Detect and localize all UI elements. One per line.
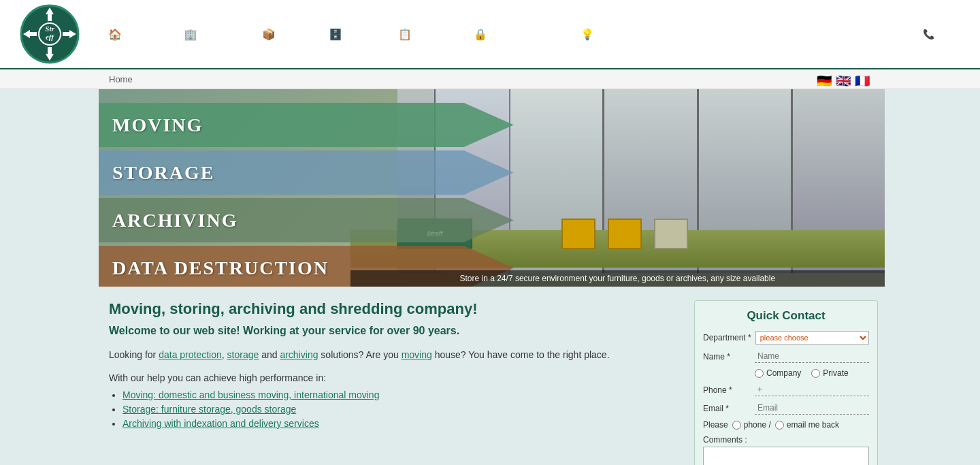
hero-overlays: Moving Storage Archiving Data Destructio… [99,103,476,287]
services-list: Moving: domestic and business moving, in… [122,389,681,429]
breadcrumb[interactable]: Home [109,74,133,84]
link-moving[interactable]: moving [402,349,432,360]
department-select[interactable]: please choose Moving Storage Archiving D… [755,331,869,344]
phone-icon: 📞 [923,29,934,39]
corporate-icon: 🏢 [184,28,197,41]
quick-contact-title: Quick Contact [703,309,869,323]
radio-phone-back[interactable] [732,421,741,430]
main-wrapper: Moving, storing, archiving and shredding… [99,287,888,465]
hero-storage[interactable]: Storage [99,150,514,195]
flag-de[interactable]: 🇩🇪 [817,74,833,84]
email-label: Email * [703,404,751,413]
moving-icon: 📦 [262,28,276,41]
link-archiving[interactable]: archiving [280,349,318,360]
radio-company-label[interactable]: Company [755,368,801,378]
list-item-archiving: Archiving with indexation and delivery s… [122,418,681,429]
home-icon: 🏠 [108,28,122,41]
radio-email-back[interactable] [775,421,784,430]
radio-private[interactable] [811,369,820,378]
logo-container: Str eff [0,0,99,68]
main-content: Moving, storing, archiving and shredding… [109,300,681,465]
nav-moving[interactable]: 📦 Moving [252,22,319,46]
nav-about-us[interactable]: 🏠 About Us [99,22,174,46]
please-label: Please [703,420,728,430]
department-label: Department * [703,333,751,342]
email-back-label[interactable]: email me back [775,420,839,430]
main-nav: 🏠 About Us 🏢 Corporate 📦 Moving 🗄️ Stora… [99,0,980,68]
breadcrumb-bar: Home 🇩🇪 🇬🇧 🇫🇷 [0,69,980,89]
hero-moving[interactable]: Moving [99,103,514,147]
name-row: Name * [703,350,869,363]
link-moving-detail[interactable]: Moving: domestic and business moving, in… [122,389,379,400]
nav-corporate[interactable]: 🏢 Corporate [174,22,252,46]
data-destruction-icon: 🔒 [474,28,487,41]
phone-row: Phone * [703,383,869,396]
phone-input[interactable] [755,383,869,396]
sub-heading: Welcome to our web site! Working at your… [109,325,681,337]
email-input[interactable] [755,402,869,415]
nav-data-destruction[interactable]: 🔒 Data Destruction [464,22,571,46]
flag-gb[interactable]: 🇬🇧 [836,74,852,84]
radio-company[interactable] [755,369,764,378]
nav-storage[interactable]: 🗄️ Storage [319,22,389,46]
phone-back-label[interactable]: phone / [732,420,771,430]
comments-label: Comments : [703,435,869,445]
phone-label: Phone * [703,385,751,395]
archiving-icon: 📋 [398,28,412,41]
list-item-moving: Moving: domestic and business moving, in… [122,389,681,400]
svg-text:eff: eff [45,33,54,41]
quick-contact-panel: Quick Contact Department * please choose… [694,300,878,465]
main-heading: Moving, storing, archiving and shredding… [109,300,681,318]
nav-archiving[interactable]: 📋 Archiving [389,22,464,46]
comments-row: Comments : [703,435,869,465]
radio-private-label[interactable]: Private [811,368,848,378]
nav-tips-more[interactable]: 💡 Tips & More [571,22,658,46]
streff-logo[interactable]: Str eff [19,3,80,65]
nav-contact[interactable]: 📞 Contact [913,23,980,45]
svg-text:Str: Str [45,25,54,33]
loading-doors [561,219,688,249]
link-data-protection[interactable]: data protection [159,349,222,360]
name-input[interactable] [755,350,869,363]
comments-textarea[interactable] [703,447,869,465]
please-row: Please phone / email me back [703,420,869,430]
hero-caption: Store in a 24/7 secure environment your … [350,270,885,287]
type-radio-row: Company Private [755,368,869,378]
link-archiving-detail[interactable]: Archiving with indexation and delivery s… [122,418,319,429]
perf-paragraph: With our help you can achieve high perfo… [109,370,681,385]
language-flags: 🇩🇪 🇬🇧 🇫🇷 [817,74,871,84]
tips-icon: 💡 [581,28,594,41]
department-row: Department * please choose Moving Storag… [703,331,869,344]
intro-paragraph: Looking for data protection, storage and… [109,347,681,362]
hero-banner: Streff Moving Storage Archiving Data Des… [99,89,885,287]
link-storage[interactable]: storage [227,349,259,360]
email-row: Email * [703,402,869,415]
list-item-storage: Storage: furniture storage, goods storag… [122,404,681,415]
link-storage-detail[interactable]: Storage: furniture storage, goods storag… [122,404,296,415]
hero-archiving[interactable]: Archiving [99,198,514,242]
flag-fr[interactable]: 🇫🇷 [855,74,871,84]
name-label: Name * [703,352,751,362]
storage-icon: 🗄️ [329,28,342,41]
